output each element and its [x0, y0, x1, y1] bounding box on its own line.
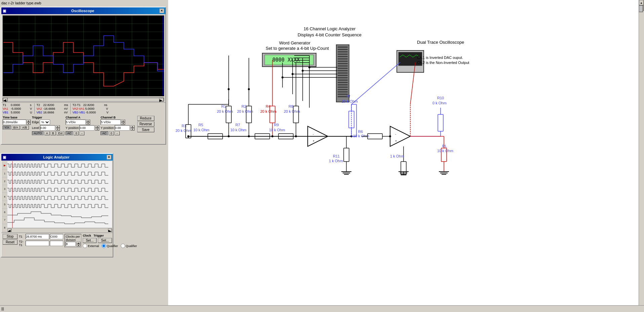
seg-ya-btn[interactable]: Y/A — [3, 126, 11, 130]
trigger-qualifier-radio[interactable] — [121, 244, 125, 248]
channel-b-ypos-down[interactable]: ▼ — [130, 128, 135, 131]
clocks-per-div-input[interactable] — [66, 242, 76, 246]
oscilloscope-window: ▣ Oscilloscope ✕ — [1, 7, 166, 145]
osc-scrollbar[interactable]: ◀ ▶ — [3, 98, 164, 102]
logic-t1-input[interactable] — [26, 234, 49, 239]
time-base-spinner[interactable]: ▲ ▼ — [27, 119, 31, 125]
channel-a-input[interactable] — [66, 119, 86, 125]
channel-a-down[interactable]: ▼ — [86, 122, 90, 125]
osc-ch2-waveform — [3, 15, 164, 96]
va1-unit: V — [30, 107, 32, 110]
time-base-up[interactable]: ▲ — [27, 119, 31, 122]
channel-a-ypos-input[interactable] — [79, 125, 94, 131]
r5-value: 10 k Ohm — [193, 128, 210, 132]
channel-a-spinner[interactable]: ▲ ▼ — [86, 119, 90, 125]
svg-rect-7 — [338, 58, 348, 60]
trigger-level-up[interactable]: ▲ — [56, 125, 60, 128]
channel-a-0-btn[interactable]: 0 — [74, 131, 79, 135]
clock-qualifier-label: Qualifier — [107, 244, 118, 248]
trigger-edge-select[interactable]: % — [40, 119, 50, 125]
trigger2-label: Trigger — [93, 234, 104, 237]
svg-text:-: - — [395, 133, 396, 136]
logic-scroll-right[interactable]: ▶ — [108, 229, 112, 232]
logic-scrollbar-h[interactable]: ◀ ▶ — [7, 228, 112, 232]
seg-ba-btn[interactable]: B/A — [12, 126, 20, 130]
circuit-svg: 16 Channel Logic Analyzer Displays 4-bit… — [168, 0, 644, 305]
channel-b-ypos-spinner[interactable]: ▲ ▼ — [130, 125, 135, 131]
channel-a-ypos-down[interactable]: ▼ — [95, 128, 99, 131]
channel-a-dc-btn[interactable]: ⎓ — [79, 131, 84, 135]
clock-qualifier-radio[interactable] — [102, 244, 106, 248]
logic-ch5-num: 5 — [2, 201, 7, 209]
channel-b-down[interactable]: ▼ — [121, 122, 125, 125]
svg-point-32 — [292, 73, 294, 75]
va1-value: -5.0000 — [11, 107, 29, 110]
reduce-button[interactable]: Reduce — [137, 116, 154, 121]
channel-b-ypos-up[interactable]: ▲ — [130, 125, 135, 128]
time-base-input[interactable] — [3, 119, 26, 125]
svg-text:-: - — [313, 133, 314, 136]
trigger-level-input[interactable] — [40, 125, 55, 131]
logic-channel-labels: ▶ 1 2 3 4 5 6 7 8 — [2, 161, 7, 232]
channel-a-ac-btn[interactable]: AC — [66, 131, 73, 135]
logic-stop-button[interactable]: Stop — [3, 234, 17, 239]
logic-t1-code-input[interactable] — [50, 234, 63, 239]
logic-t1-label: T1 — [19, 235, 25, 238]
trigger-ext-btn[interactable]: Ext — [56, 131, 64, 135]
channel-b-ypos-input[interactable] — [115, 125, 130, 131]
channel-b-input[interactable] — [101, 119, 121, 125]
trigger-level-down[interactable]: ▼ — [56, 128, 60, 131]
logic-t2-input[interactable] — [26, 241, 49, 246]
trigger-auto-btn[interactable]: AUTO — [32, 131, 44, 135]
logic-t2-code-input[interactable] — [50, 241, 63, 246]
r7-value: 10 k Ohm — [230, 128, 247, 132]
osc-screen — [3, 15, 164, 96]
scroll-thumb-v[interactable] — [639, 5, 643, 12]
osc-instrument-label: Dual Trace Oscilloscope — [417, 40, 464, 45]
logic-screen: ▶ 1 2 3 4 5 6 7 8 — [2, 161, 112, 232]
clock-external-radio[interactable] — [83, 244, 87, 248]
r9-label: R9 — [274, 123, 279, 127]
svg-rect-15 — [338, 77, 348, 78]
logic-t2t1-label: T2-T1 — [19, 240, 25, 247]
channel-b-dc-btn[interactable]: ⎓ — [115, 131, 120, 135]
va2va1-value: 5.0000 — [85, 107, 105, 110]
svg-point-50 — [228, 88, 230, 90]
clocks-per-div-label: Clocks per division — [66, 235, 80, 242]
time-base-group: Time base ▲ ▼ Y/A B/A A/B — [3, 116, 31, 130]
circuit-scrollbar-v[interactable]: ▲ ▼ — [639, 0, 644, 307]
scroll-v-up[interactable]: ▲ — [639, 0, 644, 5]
channel-a-ypos-spinner[interactable]: ▲ ▼ — [95, 125, 99, 131]
logic-set-trigger-btn[interactable]: Set... — [98, 238, 112, 243]
reverse-button[interactable]: Reverse — [137, 122, 154, 127]
trigger-level-spinner[interactable]: ▲ ▼ — [56, 125, 60, 131]
save-button[interactable]: Save — [137, 127, 154, 132]
osc-scroll-right[interactable]: ▶ — [159, 98, 164, 101]
channel-a-ypos-up[interactable]: ▲ — [95, 125, 99, 128]
logic-close-button[interactable]: ✕ — [107, 155, 111, 160]
status-bar: ||| — [0, 305, 644, 312]
channel-b-up[interactable]: ▲ — [121, 119, 125, 122]
logic-scroll-left[interactable]: ◀ — [7, 229, 11, 232]
logic-reset-button[interactable]: Reset — [3, 240, 17, 245]
channel-b-spinner[interactable]: ▲ ▼ — [121, 119, 125, 125]
osc-close-button[interactable]: ✕ — [159, 8, 164, 13]
va1-label: VA1 — [3, 107, 10, 110]
logic-set-clock-btn[interactable]: Set... — [83, 238, 97, 243]
clocks-up[interactable]: ▲ — [76, 242, 80, 244]
osc-scroll-left[interactable]: ◀ — [3, 98, 8, 101]
channel-b-ac-btn[interactable]: AC — [101, 131, 108, 135]
channel-a-up[interactable]: ▲ — [86, 119, 90, 122]
time-base-down[interactable]: ▼ — [27, 122, 31, 125]
logic-ch3-num: 3 — [2, 185, 7, 193]
logic-waveform-svg — [7, 161, 112, 232]
va2-unit: nV — [64, 107, 68, 110]
svg-rect-16 — [338, 79, 348, 81]
trigger-b-btn[interactable]: B — [50, 131, 56, 135]
clocks-down[interactable]: ▼ — [76, 244, 80, 246]
circuit-title: 16 Channel Logic Analyzer — [304, 26, 356, 31]
channel-b-0-btn[interactable]: 0 — [109, 131, 114, 135]
logic-ch1-num: 1 — [2, 170, 7, 177]
seg-ab-btn[interactable]: A/B — [21, 126, 29, 130]
trigger-a-btn[interactable]: A — [44, 131, 50, 135]
